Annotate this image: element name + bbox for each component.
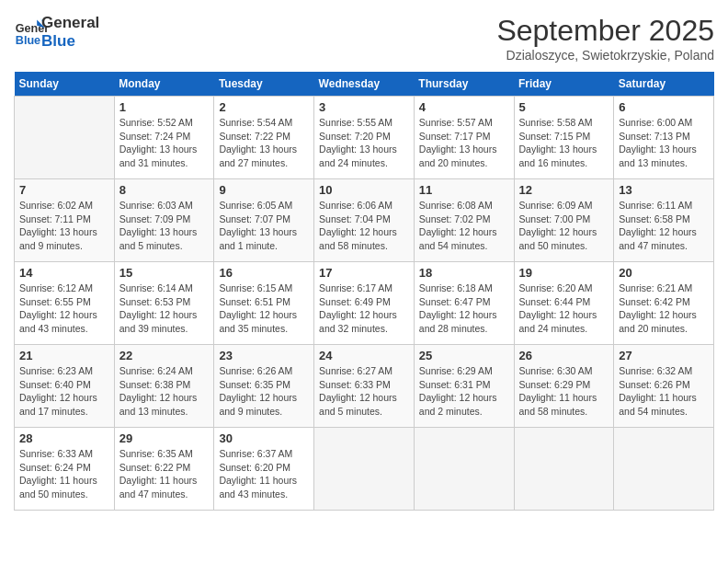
calendar-cell: 21Sunrise: 6:23 AMSunset: 6:40 PMDayligh… [15, 345, 115, 428]
day-info: Sunrise: 6:32 AMSunset: 6:26 PMDaylight:… [619, 364, 709, 419]
col-header-friday: Friday [514, 72, 614, 97]
calendar-cell: 2Sunrise: 5:54 AMSunset: 7:22 PMDaylight… [214, 97, 314, 179]
day-info: Sunrise: 5:58 AMSunset: 7:15 PMDaylight:… [519, 116, 609, 170]
day-info: Sunrise: 6:37 AMSunset: 6:20 PMDaylight:… [219, 447, 309, 501]
calendar-cell: 14Sunrise: 6:12 AMSunset: 6:55 PMDayligh… [15, 262, 115, 345]
calendar-cell: 26Sunrise: 6:30 AMSunset: 6:29 PMDayligh… [514, 345, 614, 428]
calendar-cell: 15Sunrise: 6:14 AMSunset: 6:53 PMDayligh… [114, 262, 214, 345]
day-number: 9 [219, 183, 309, 197]
calendar-cell [314, 428, 415, 511]
logo-general-text: General [41, 14, 99, 32]
day-info: Sunrise: 6:20 AMSunset: 6:44 PMDaylight:… [519, 282, 609, 336]
day-number: 28 [19, 431, 109, 445]
col-header-wednesday: Wednesday [314, 72, 415, 97]
calendar-cell: 8Sunrise: 6:03 AMSunset: 7:09 PMDaylight… [114, 179, 214, 262]
calendar-cell: 25Sunrise: 6:29 AMSunset: 6:31 PMDayligh… [414, 345, 514, 428]
day-info: Sunrise: 6:06 AMSunset: 7:04 PMDaylight:… [319, 199, 409, 253]
col-header-monday: Monday [114, 72, 214, 97]
location-title: Dzialoszyce, Swietokrzyskie, Poland [496, 48, 714, 63]
day-number: 14 [19, 266, 109, 280]
calendar-cell: 23Sunrise: 6:26 AMSunset: 6:35 PMDayligh… [214, 345, 314, 428]
calendar-cell: 5Sunrise: 5:58 AMSunset: 7:15 PMDaylight… [514, 97, 614, 179]
day-number: 2 [219, 100, 309, 114]
logo-blue-text: Blue [41, 32, 99, 51]
calendar-cell: 22Sunrise: 6:24 AMSunset: 6:38 PMDayligh… [114, 345, 214, 428]
day-number: 19 [519, 266, 609, 280]
calendar-cell: 17Sunrise: 6:17 AMSunset: 6:49 PMDayligh… [314, 262, 415, 345]
day-number: 12 [519, 183, 609, 197]
day-number: 29 [119, 431, 210, 445]
day-info: Sunrise: 6:21 AMSunset: 6:42 PMDaylight:… [619, 282, 709, 336]
calendar-week-5: 28Sunrise: 6:33 AMSunset: 6:24 PMDayligh… [15, 428, 714, 511]
day-number: 6 [619, 100, 709, 114]
calendar-cell: 19Sunrise: 6:20 AMSunset: 6:44 PMDayligh… [514, 262, 614, 345]
day-number: 17 [319, 266, 409, 280]
col-header-saturday: Saturday [614, 72, 714, 97]
calendar-cell: 6Sunrise: 6:00 AMSunset: 7:13 PMDaylight… [614, 97, 714, 179]
day-info: Sunrise: 6:30 AMSunset: 6:29 PMDaylight:… [519, 364, 609, 419]
day-number: 21 [19, 349, 109, 362]
day-info: Sunrise: 6:11 AMSunset: 6:58 PMDaylight:… [619, 199, 709, 253]
day-info: Sunrise: 6:08 AMSunset: 7:02 PMDaylight:… [419, 199, 509, 253]
day-info: Sunrise: 6:33 AMSunset: 6:24 PMDaylight:… [19, 447, 109, 501]
day-number: 27 [619, 349, 709, 362]
calendar-cell: 12Sunrise: 6:09 AMSunset: 7:00 PMDayligh… [514, 179, 614, 262]
day-info: Sunrise: 6:00 AMSunset: 7:13 PMDaylight:… [619, 116, 709, 170]
calendar-cell [414, 428, 514, 511]
day-number: 1 [119, 100, 210, 114]
calendar-cell: 16Sunrise: 6:15 AMSunset: 6:51 PMDayligh… [214, 262, 314, 345]
calendar-week-3: 14Sunrise: 6:12 AMSunset: 6:55 PMDayligh… [15, 262, 714, 345]
calendar-cell: 30Sunrise: 6:37 AMSunset: 6:20 PMDayligh… [214, 428, 314, 511]
calendar-week-2: 7Sunrise: 6:02 AMSunset: 7:11 PMDaylight… [15, 179, 714, 262]
calendar-cell [15, 97, 115, 179]
month-title: September 2025 [496, 14, 714, 48]
calendar-cell: 28Sunrise: 6:33 AMSunset: 6:24 PMDayligh… [15, 428, 115, 511]
day-number: 4 [419, 100, 509, 114]
day-info: Sunrise: 5:55 AMSunset: 7:20 PMDaylight:… [319, 116, 409, 170]
calendar-week-1: 1Sunrise: 5:52 AMSunset: 7:24 PMDaylight… [15, 97, 714, 179]
calendar-cell: 13Sunrise: 6:11 AMSunset: 6:58 PMDayligh… [614, 179, 714, 262]
day-info: Sunrise: 5:57 AMSunset: 7:17 PMDaylight:… [419, 116, 509, 170]
day-number: 3 [319, 100, 409, 114]
calendar-cell: 20Sunrise: 6:21 AMSunset: 6:42 PMDayligh… [614, 262, 714, 345]
day-number: 8 [119, 183, 210, 197]
day-number: 25 [419, 349, 509, 362]
day-info: Sunrise: 6:29 AMSunset: 6:31 PMDaylight:… [419, 364, 509, 419]
calendar-cell: 11Sunrise: 6:08 AMSunset: 7:02 PMDayligh… [414, 179, 514, 262]
calendar-cell: 7Sunrise: 6:02 AMSunset: 7:11 PMDaylight… [15, 179, 115, 262]
calendar-week-4: 21Sunrise: 6:23 AMSunset: 6:40 PMDayligh… [15, 345, 714, 428]
day-number: 24 [319, 349, 409, 362]
day-info: Sunrise: 6:26 AMSunset: 6:35 PMDaylight:… [219, 364, 309, 419]
day-info: Sunrise: 5:52 AMSunset: 7:24 PMDaylight:… [119, 116, 210, 170]
col-header-sunday: Sunday [15, 72, 115, 97]
svg-text:Blue: Blue [16, 33, 40, 46]
logo: General Blue General Blue [14, 14, 99, 50]
calendar-cell: 9Sunrise: 6:05 AMSunset: 7:07 PMDaylight… [214, 179, 314, 262]
day-info: Sunrise: 5:54 AMSunset: 7:22 PMDaylight:… [219, 116, 309, 170]
day-info: Sunrise: 6:03 AMSunset: 7:09 PMDaylight:… [119, 199, 210, 253]
calendar-cell [614, 428, 714, 511]
title-area: September 2025 Dzialoszyce, Swietokrzysk… [496, 14, 714, 63]
day-info: Sunrise: 6:27 AMSunset: 6:33 PMDaylight:… [319, 364, 409, 419]
day-number: 5 [519, 100, 609, 114]
calendar-cell: 10Sunrise: 6:06 AMSunset: 7:04 PMDayligh… [314, 179, 415, 262]
day-number: 26 [519, 349, 609, 362]
day-info: Sunrise: 6:12 AMSunset: 6:55 PMDaylight:… [19, 282, 109, 336]
calendar-cell: 29Sunrise: 6:35 AMSunset: 6:22 PMDayligh… [114, 428, 214, 511]
page-header: General Blue General Blue September 2025… [14, 14, 714, 63]
day-number: 10 [319, 183, 409, 197]
day-number: 16 [219, 266, 309, 280]
day-number: 13 [619, 183, 709, 197]
calendar-cell: 4Sunrise: 5:57 AMSunset: 7:17 PMDaylight… [414, 97, 514, 179]
day-info: Sunrise: 6:15 AMSunset: 6:51 PMDaylight:… [219, 282, 309, 336]
day-number: 20 [619, 266, 709, 280]
day-number: 30 [219, 431, 309, 445]
day-info: Sunrise: 6:05 AMSunset: 7:07 PMDaylight:… [219, 199, 309, 253]
day-number: 15 [119, 266, 210, 280]
calendar-cell: 18Sunrise: 6:18 AMSunset: 6:47 PMDayligh… [414, 262, 514, 345]
col-header-tuesday: Tuesday [214, 72, 314, 97]
day-number: 22 [119, 349, 210, 362]
day-number: 23 [219, 349, 309, 362]
day-number: 7 [19, 183, 109, 197]
col-header-thursday: Thursday [414, 72, 514, 97]
